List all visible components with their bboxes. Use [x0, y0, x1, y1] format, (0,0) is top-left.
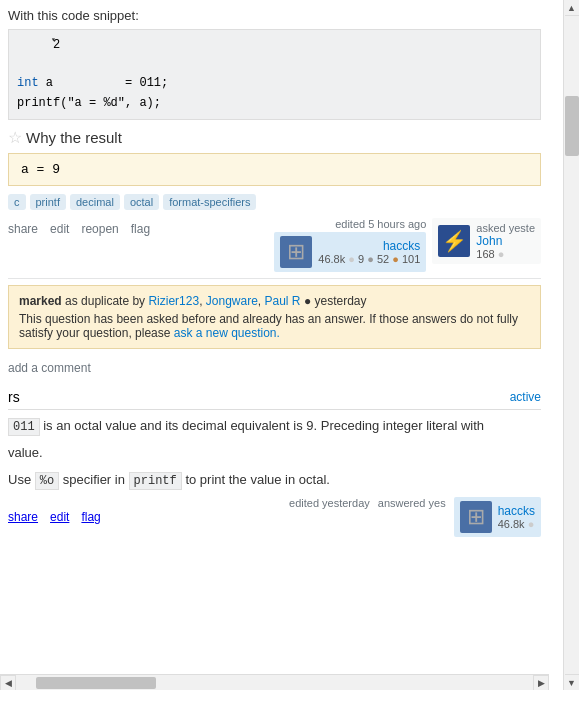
- asker-card: ⚡ asked yeste John 168 ●: [432, 218, 541, 264]
- question-text: Why the result: [26, 129, 122, 146]
- answered-label: answered yes: [378, 497, 446, 537]
- answer-flag[interactable]: flag: [81, 510, 100, 524]
- answer-value-note: value.: [8, 443, 541, 464]
- ask-new-link[interactable]: ask a new question.: [174, 326, 280, 340]
- avatar-pattern: ⊞: [287, 239, 305, 265]
- marked-label: marked: [19, 294, 62, 308]
- printf-code: printf: [129, 472, 182, 490]
- answerer-rep: 46.8k ●: [498, 518, 535, 530]
- avatar-pattern-2: ⊞: [467, 504, 485, 530]
- answer-text: 011 is an octal value and its decimal eq…: [8, 416, 541, 437]
- tag-octal[interactable]: octal: [124, 194, 159, 210]
- horizontal-scrollbar[interactable]: ◀ ▶: [0, 674, 549, 690]
- answer-user-row: edited yesterday answered yes ⊞ haccks: [289, 497, 541, 537]
- dup-user-3[interactable]: Paul R: [265, 294, 301, 308]
- answers-header: rs active: [8, 389, 541, 410]
- dup-user-2[interactable]: Jongware: [206, 294, 258, 308]
- answer-user-card: ⊞ haccks 46.8k ●: [454, 497, 541, 537]
- asker-badge-dot: ●: [498, 248, 505, 260]
- question-actions: share edit reopen flag: [8, 222, 150, 236]
- dup-dot: ●: [304, 294, 311, 308]
- share-link[interactable]: share: [8, 222, 38, 236]
- edit-link[interactable]: edit: [50, 222, 69, 236]
- silver-dot: ●: [367, 253, 374, 265]
- keyword-int: int: [17, 76, 39, 90]
- answerer-name[interactable]: haccks: [498, 504, 535, 518]
- answer-share[interactable]: share: [8, 510, 38, 524]
- add-comment-link[interactable]: add a comment: [8, 361, 91, 375]
- answerer-avatar: ⊞: [460, 501, 492, 533]
- asker-name[interactable]: John: [476, 234, 535, 248]
- active-badge: active: [510, 390, 541, 404]
- scroll-left-arrow[interactable]: ◀: [0, 675, 16, 691]
- specifier-code: %o: [35, 472, 59, 490]
- asker-avatar: ⚡: [438, 225, 470, 257]
- answer-actions: share edit flag edited yesterday answere…: [8, 497, 541, 537]
- bronze-dot-2: ●: [392, 253, 399, 265]
- star-icon[interactable]: ☆: [8, 128, 22, 147]
- scroll-v-thumb[interactable]: [565, 96, 579, 156]
- asker-rep: 168 ●: [476, 248, 535, 260]
- answers-label: rs: [8, 389, 20, 405]
- code-011: 011: [8, 418, 40, 436]
- tag-format-specifiers[interactable]: format-specifiers: [163, 194, 256, 210]
- divider-1: [8, 278, 541, 279]
- result-text: a = 9: [21, 162, 60, 177]
- answer-edited-info: edited yesterday: [289, 497, 370, 537]
- dup-user-1[interactable]: Rizier123: [148, 294, 199, 308]
- code-block: int a2 ▾ = 011; printf("a = %d", a);: [8, 29, 541, 120]
- editor-rep: 46.8k ● 9 ● 52 ● 101: [318, 253, 420, 265]
- edited-time: edited 5 hours ago: [274, 218, 426, 230]
- answer-section: 011 is an octal value and its decimal eq…: [8, 416, 541, 537]
- question-title: ☆ Why the result: [8, 128, 541, 147]
- tag-printf[interactable]: printf: [30, 194, 66, 210]
- duplicate-notice: marked as duplicate by Rizier123, Jongwa…: [8, 285, 541, 349]
- lightning-icon: ⚡: [442, 229, 467, 253]
- result-box: a = 9: [8, 153, 541, 186]
- tags-row: c printf decimal octal format-specifiers: [8, 194, 541, 210]
- code-intro-section: With this code snippet: int a2 ▾ = 011; …: [8, 6, 541, 120]
- scroll-down-arrow[interactable]: ▼: [565, 674, 579, 690]
- tag-decimal[interactable]: decimal: [70, 194, 120, 210]
- edit-info: edited 5 hours ago ⊞ haccks 46.8k: [274, 218, 426, 272]
- editor-avatar: ⊞: [280, 236, 312, 268]
- scroll-h-thumb[interactable]: [36, 677, 156, 689]
- dup-notice-text: This question has been asked before and …: [19, 312, 530, 340]
- reopen-link[interactable]: reopen: [81, 222, 118, 236]
- asked-label: asked yeste: [476, 222, 535, 234]
- subscript-arrow: 2 ▾: [53, 36, 125, 94]
- bronze-dot-1: ●: [348, 253, 355, 265]
- scroll-up-arrow[interactable]: ▲: [565, 0, 579, 16]
- answer-specifier-text: Use %o specifier in printf to print the …: [8, 470, 541, 491]
- code-intro-text: With this code snippet:: [8, 6, 541, 25]
- editor-card: ⊞ haccks 46.8k ● 9 ● 52 ●: [274, 232, 426, 272]
- flag-link[interactable]: flag: [131, 222, 150, 236]
- scroll-right-arrow[interactable]: ▶: [533, 675, 549, 691]
- vertical-scrollbar[interactable]: ▲ ▼: [563, 0, 579, 690]
- dup-time: yesterday: [314, 294, 366, 308]
- answer-edit[interactable]: edit: [50, 510, 69, 524]
- marked-line: marked as duplicate by Rizier123, Jongwa…: [19, 294, 530, 308]
- tag-c[interactable]: c: [8, 194, 26, 210]
- editor-name[interactable]: haccks: [318, 239, 420, 253]
